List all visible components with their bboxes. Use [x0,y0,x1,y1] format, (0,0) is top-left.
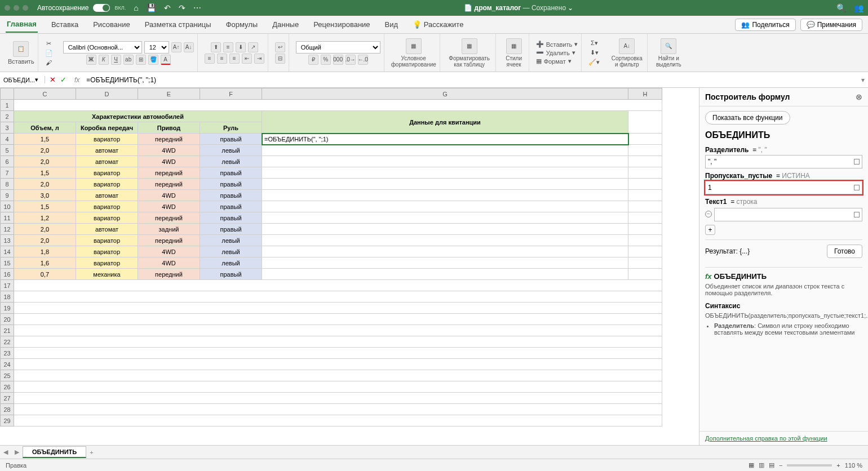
tab-view[interactable]: Вид [384,17,400,32]
arg3-input[interactable] [714,208,862,221]
tab-layout[interactable]: Разметка страницы [144,17,212,32]
close-panel-icon[interactable]: ⊗ [856,92,862,101]
add-sheet-icon[interactable]: + [86,449,96,456]
fontcolor-icon[interactable]: A [161,55,171,65]
find-icon[interactable]: 🔍 [661,38,676,54]
fontsize-select[interactable]: 12 [144,41,169,54]
spreadsheet-grid[interactable]: CDEFGH12Характеристики автомобилейДанные… [0,88,699,445]
formula-input[interactable]: =ОБЪЕДИНИТЬ(", ";1) [83,76,858,84]
save-icon[interactable]: 💾 [147,3,156,12]
zoom-in-icon[interactable]: + [836,462,840,469]
wrap-icon[interactable]: ↩ [275,42,285,52]
comments-button[interactable]: 💬 Примечания [800,19,862,31]
saved-status: — Сохранено [523,4,566,12]
show-all-functions-button[interactable]: Показать все функции [705,111,790,125]
expand-formula-icon[interactable]: ▾ [858,76,868,84]
comma-icon[interactable]: 000 [333,55,343,65]
search-icon[interactable]: 🔍 [836,3,846,12]
formula-bar: ОБЪЕДИ...▾ ✕ ✓ fx =ОБЪЕДИНИТЬ(", ";1) ▾ [0,72,868,88]
underline-icon[interactable]: Ч [111,55,121,65]
tab-insert[interactable]: Вставка [50,17,79,32]
window-controls[interactable] [5,5,28,11]
indent-inc-icon[interactable]: ⇥ [254,54,264,64]
font-select[interactable]: Calibri (Основной... [63,41,142,54]
undo-icon[interactable]: ↶ [164,3,171,12]
numfmt-select[interactable]: Общий [296,41,380,54]
share-button[interactable]: 👥 Поделиться [735,19,795,31]
redo-icon[interactable]: ↷ [179,3,185,12]
view-normal-icon[interactable]: ▦ [749,461,754,469]
align-mid-icon[interactable]: ≡ [223,42,233,52]
view-layout-icon[interactable]: ▥ [759,461,764,469]
done-button[interactable]: Готово [827,245,862,258]
insert-cells-icon[interactable]: ➕ [536,41,544,48]
dec-dec-icon[interactable]: ←.0 [358,55,368,65]
zoom-out-icon[interactable]: − [779,462,782,469]
percent-icon[interactable]: % [321,55,331,65]
sheet-prev-icon[interactable]: ◀ [0,448,11,456]
fill-icon[interactable]: 🪣 [148,55,158,65]
confirm-formula-icon[interactable]: ✓ [60,75,67,84]
autosave-toggle[interactable] [93,4,110,12]
orientation-icon[interactable]: ↗ [248,42,258,52]
merge-icon[interactable]: ⊟ [275,54,285,64]
fmttable-icon[interactable]: ▦ [462,38,477,54]
border-icon[interactable]: ⊞ [136,55,146,65]
arg1-eval: ", " [759,146,767,154]
align-top-icon[interactable]: ⬆ [211,42,221,52]
italic-icon[interactable]: К [99,55,109,65]
name-box[interactable]: ОБЪЕДИ...▾ [0,76,45,83]
fill-down-icon[interactable]: ⬇▾ [590,49,599,56]
cancel-formula-icon[interactable]: ✕ [50,75,56,84]
add-arg-button[interactable]: + [705,225,715,235]
fx-icon[interactable]: fx [71,76,83,84]
condfmt-icon[interactable]: ▦ [406,38,422,54]
range-picker-icon[interactable] [854,212,860,217]
cut-icon[interactable]: ✂ [46,40,51,47]
share-icon[interactable]: 👥 [854,3,863,12]
zoom-slider[interactable] [787,464,832,466]
format-painter-icon[interactable]: 🖌 [46,59,52,66]
zoom-label[interactable]: 110 % [845,462,862,469]
paste-icon[interactable]: 📋 [13,41,29,57]
strike-icon[interactable]: ab [123,55,134,65]
arg3-eval: строка [737,198,758,206]
bold-icon[interactable]: Ж [86,55,96,65]
result-label: Результат: {...} [705,247,750,255]
filename-dropdown[interactable]: ⌄ [568,4,573,12]
tab-home[interactable]: Главная [6,16,38,33]
currency-icon[interactable]: ₽ [308,55,318,65]
range-picker-icon[interactable] [854,159,860,165]
sort-icon[interactable]: A↓ [619,38,635,54]
tab-data[interactable]: Данные [271,17,300,32]
tab-formulas[interactable]: Формулы [225,17,259,32]
tab-review[interactable]: Рецензирование [312,17,371,32]
align-bot-icon[interactable]: ⬇ [236,42,246,52]
arg1-input[interactable]: ", " [705,155,862,168]
delete-cells-icon[interactable]: ➖ [536,49,544,56]
view-break-icon[interactable]: ▤ [769,461,774,469]
align-right-icon[interactable]: ≡ [229,54,240,64]
indent-dec-icon[interactable]: ⇤ [242,54,252,64]
arg2-input[interactable]: 1 [705,181,862,194]
sheet-tab[interactable]: ОБЪЕДИНИТЬ [23,446,86,458]
tab-tellme[interactable]: 💡 Расскажите [411,17,464,32]
range-picker-icon[interactable] [854,185,860,190]
more-icon[interactable]: ⋯ [193,3,201,12]
home-icon[interactable]: ⌂ [134,3,138,12]
dec-inc-icon[interactable]: .0→ [346,55,356,65]
help-link[interactable]: Дополнительная справка по этой функции [699,431,868,445]
desc-text: Объединяет список или диапазон строк тек… [705,283,862,296]
sheet-next-icon[interactable]: ▶ [11,448,23,456]
align-center-icon[interactable]: ≡ [217,54,227,64]
align-left-icon[interactable]: ≡ [205,54,215,64]
remove-arg-icon[interactable]: − [705,211,712,217]
format-cells-icon[interactable]: ▦ [536,57,542,65]
increase-font-icon[interactable]: A↑ [171,42,181,52]
clear-icon[interactable]: 🧹▾ [588,59,600,66]
autosum-icon[interactable]: Σ▾ [591,39,598,47]
copy-icon[interactable]: 📄 [45,50,53,57]
cellstyles-icon[interactable]: ▦ [506,38,522,54]
tab-draw[interactable]: Рисование [92,17,131,32]
decrease-font-icon[interactable]: A↓ [184,42,194,52]
